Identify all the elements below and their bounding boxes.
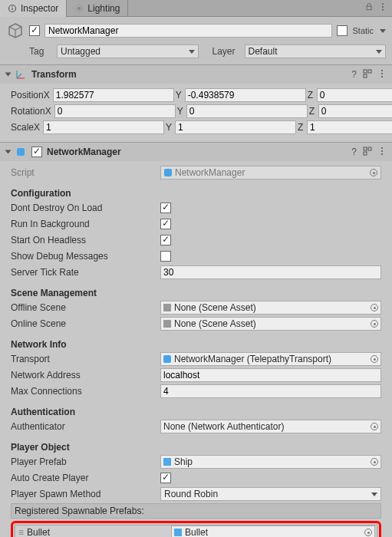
maxconn-label: Max Connections xyxy=(11,386,160,397)
scale-y-input[interactable] xyxy=(175,120,296,134)
rotation-label: Rotation xyxy=(11,106,45,117)
online-scene-field[interactable]: None (Scene Asset) xyxy=(160,317,381,331)
svg-line-8 xyxy=(77,5,77,6)
spawnable-prefab-row[interactable]: ≡ Bullet Bullet xyxy=(15,525,377,537)
tab-label: Lighting xyxy=(87,3,120,14)
run-bg-checkbox[interactable] xyxy=(160,219,171,229)
active-checkbox[interactable] xyxy=(29,25,40,36)
chevron-down-icon xyxy=(371,493,377,496)
svg-point-13 xyxy=(382,3,384,5)
object-picker-icon[interactable] xyxy=(371,304,378,311)
object-picker-icon[interactable] xyxy=(371,458,378,466)
dont-destroy-label: Dont Destroy On Load xyxy=(11,203,160,213)
transport-field[interactable]: NetworkManager (TelepathyTransport) xyxy=(160,352,381,366)
help-icon[interactable]: ? xyxy=(351,147,357,157)
gameobject-header: Static Tag Untagged Layer Default xyxy=(0,17,392,65)
lock-icon[interactable] xyxy=(364,2,374,14)
autocreate-label: Auto Create Player xyxy=(11,473,160,483)
scale-label: Scale xyxy=(11,122,34,133)
online-scene-label: Online Scene xyxy=(11,318,160,329)
position-label: Position xyxy=(11,90,44,100)
preset-icon[interactable] xyxy=(363,69,372,81)
script-icon xyxy=(163,355,171,363)
transform-header[interactable]: Transform ? xyxy=(0,65,392,84)
spawnable-label: Bullet xyxy=(25,527,171,537)
foldout-icon xyxy=(5,73,12,77)
player-prefab-label: Player Prefab xyxy=(11,456,160,467)
start-headless-label: Start On Headless xyxy=(11,235,160,245)
tag-dropdown[interactable]: Untagged xyxy=(57,44,199,58)
scale-x-input[interactable] xyxy=(43,120,164,134)
svg-point-3 xyxy=(77,6,81,10)
drag-handle-icon[interactable]: ≡ xyxy=(15,527,25,537)
rotation-z-input[interactable] xyxy=(318,104,392,118)
authenticator-field[interactable]: None (Network Authenticator) xyxy=(160,420,381,433)
offline-scene-field[interactable]: None (Scene Asset) xyxy=(160,301,381,315)
address-input[interactable] xyxy=(160,368,381,382)
script-field: NetworkManager xyxy=(160,166,381,180)
network-info-heading: Network Info xyxy=(11,339,381,350)
dont-destroy-checkbox[interactable] xyxy=(160,203,171,213)
chevron-down-icon xyxy=(189,50,195,54)
position-x-input[interactable] xyxy=(53,88,174,102)
run-bg-label: Run In Background xyxy=(11,219,160,229)
tag-label: Tag xyxy=(29,46,54,57)
networkmanager-header[interactable]: NetworkManager ? xyxy=(0,143,392,161)
tab-label: Inspector xyxy=(21,3,58,14)
object-picker-icon[interactable] xyxy=(371,320,378,328)
scene-icon xyxy=(163,304,171,311)
position-z-input[interactable] xyxy=(317,88,392,102)
spawnable-object-field[interactable]: Bullet xyxy=(171,525,375,537)
position-y-input[interactable] xyxy=(185,88,306,102)
spawn-method-dropdown[interactable]: Round Robin xyxy=(160,487,381,501)
prefab-icon xyxy=(163,458,171,466)
transform-icon xyxy=(15,68,27,81)
svg-point-30 xyxy=(381,147,383,148)
svg-rect-21 xyxy=(364,70,367,73)
registered-prefabs-label: Registered Spawnable Prefabs: xyxy=(11,503,381,519)
object-picker-icon[interactable] xyxy=(371,355,378,363)
static-dropdown-icon[interactable] xyxy=(380,29,386,33)
info-icon xyxy=(8,4,17,13)
gameobject-icon[interactable] xyxy=(6,21,25,40)
configuration-heading: Configuration xyxy=(11,188,381,199)
svg-rect-27 xyxy=(364,147,367,150)
static-checkbox[interactable] xyxy=(337,25,348,36)
chevron-down-icon xyxy=(376,50,382,54)
layer-dropdown[interactable]: Default xyxy=(245,44,387,58)
tag-value: Untagged xyxy=(61,46,100,57)
start-headless-checkbox[interactable] xyxy=(160,235,171,245)
object-picker-icon[interactable] xyxy=(371,423,378,430)
autocreate-checkbox[interactable] xyxy=(160,473,171,483)
rotation-y-input[interactable] xyxy=(186,104,308,118)
address-label: Network Address xyxy=(11,370,160,381)
svg-line-10 xyxy=(77,10,77,11)
show-debug-checkbox[interactable] xyxy=(160,251,171,262)
tab-inspector[interactable]: Inspector xyxy=(0,0,67,17)
svg-rect-2 xyxy=(12,6,12,7)
preset-icon[interactable] xyxy=(363,147,372,158)
svg-point-31 xyxy=(381,150,383,151)
transform-component: Transform ? Position X Y Z Rotation X Y … xyxy=(0,65,392,143)
layer-value: Default xyxy=(249,46,278,57)
svg-point-14 xyxy=(382,6,384,8)
rotation-x-input[interactable] xyxy=(54,104,176,118)
gameobject-name-input[interactable] xyxy=(44,24,332,38)
help-icon[interactable]: ? xyxy=(351,69,357,80)
scale-z-input[interactable] xyxy=(307,120,392,134)
kebab-icon[interactable] xyxy=(378,147,386,158)
kebab-icon[interactable] xyxy=(378,69,386,81)
object-picker-icon[interactable] xyxy=(364,529,372,536)
offline-scene-label: Offline Scene xyxy=(11,302,160,313)
maxconn-input[interactable] xyxy=(160,384,381,398)
tab-lighting[interactable]: Lighting xyxy=(67,0,128,17)
svg-point-15 xyxy=(382,9,384,11)
component-enabled-checkbox[interactable] xyxy=(31,147,42,157)
player-prefab-field[interactable]: Ship xyxy=(160,455,381,469)
object-picker-icon[interactable] xyxy=(370,169,377,176)
kebab-icon[interactable] xyxy=(378,2,387,14)
svg-rect-23 xyxy=(364,74,367,77)
prefab-icon xyxy=(174,529,182,536)
svg-point-26 xyxy=(381,75,383,77)
tick-rate-input[interactable] xyxy=(160,265,381,279)
